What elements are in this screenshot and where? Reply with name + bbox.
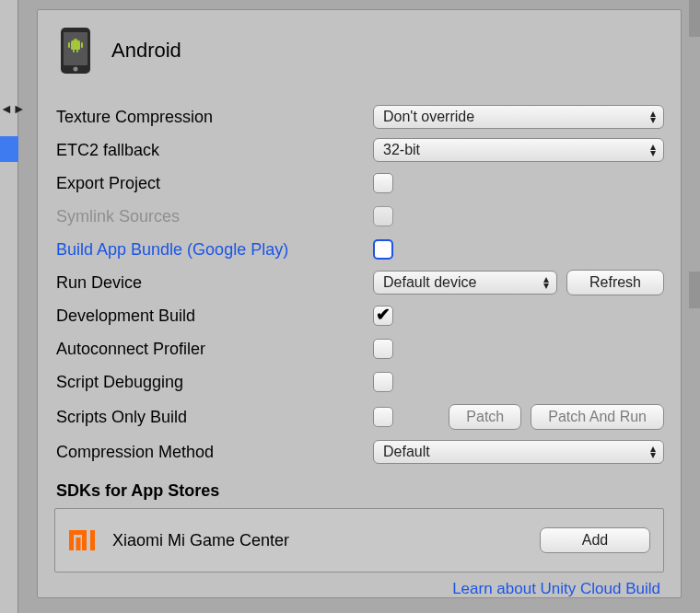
label-etc2-fallback: ETC2 fallback — [54, 141, 366, 160]
checkbox-export-project[interactable] — [373, 173, 393, 193]
svg-rect-13 — [76, 538, 81, 550]
label-export-project: Export Project — [54, 174, 366, 193]
android-phone-icon — [60, 27, 91, 75]
sdk-item-row: Xiaomi Mi Game Center Add — [54, 508, 664, 573]
row-scripts-only-build: Scripts Only Build Patch Patch And Run — [54, 399, 664, 435]
label-scripts-only-build: Scripts Only Build — [54, 408, 366, 427]
row-etc2-fallback: ETC2 fallback 32-bit ▴▾ — [54, 133, 664, 167]
row-script-debugging: Script Debugging — [54, 365, 664, 399]
updown-icon: ▴▾ — [650, 110, 656, 123]
svg-rect-3 — [71, 41, 80, 50]
right-gutter — [689, 0, 700, 613]
svg-point-2 — [74, 67, 78, 72]
svg-rect-14 — [90, 530, 95, 550]
sdk-item-label: Xiaomi Mi Game Center — [112, 531, 289, 550]
refresh-button[interactable]: Refresh — [566, 270, 664, 295]
select-compression-method[interactable]: Default ▴▾ — [373, 440, 664, 464]
select-value: Default device — [383, 274, 476, 291]
row-compression-method: Compression Method Default ▴▾ — [54, 435, 664, 468]
svg-rect-7 — [76, 50, 78, 52]
android-build-panel: Android Texture Compression Don't overri… — [37, 9, 682, 598]
label-autoconnect-profiler: Autoconnect Profiler — [54, 340, 366, 359]
row-texture-compression: Texture Compression Don't override ▴▾ — [54, 100, 664, 133]
checkbox-script-debugging[interactable] — [373, 372, 393, 392]
select-value: Default — [383, 444, 430, 460]
patch-and-run-button[interactable]: Patch And Run — [531, 404, 664, 430]
svg-point-8 — [73, 40, 74, 40]
left-tab-strip: ◄► — [0, 0, 18, 613]
row-run-device: Run Device Default device ▴▾ Refresh — [54, 266, 664, 299]
row-autoconnect-profiler: Autoconnect Profiler — [54, 332, 664, 365]
label-development-build: Development Build — [54, 306, 366, 326]
svg-rect-4 — [68, 42, 70, 48]
row-symlink-sources: Symlink Sources — [54, 200, 664, 233]
tab-arrows-icon: ◄► — [0, 101, 18, 116]
svg-rect-5 — [81, 42, 83, 48]
select-value: Don't override — [383, 109, 474, 125]
row-export-project: Export Project — [54, 167, 664, 200]
checkbox-autoconnect-profiler[interactable] — [373, 339, 393, 359]
sdk-section-heading: SDKs for App Stores — [54, 481, 664, 501]
label-run-device: Run Device — [54, 273, 366, 293]
checkbox-build-app-bundle[interactable] — [373, 239, 393, 260]
cloud-build-link[interactable]: Learn about Unity Cloud Build — [54, 580, 664, 598]
label-build-app-bundle: Build App Bundle (Google Play) — [54, 240, 366, 260]
updown-icon: ▴▾ — [650, 445, 656, 458]
add-sdk-button[interactable]: Add — [540, 527, 650, 553]
checkmark-icon: ✔ — [376, 304, 391, 325]
platform-title: Android — [111, 39, 181, 63]
select-texture-compression[interactable]: Don't override ▴▾ — [373, 105, 664, 129]
checkbox-symlink-sources — [373, 206, 393, 226]
select-value: 32-bit — [383, 142, 420, 158]
patch-button[interactable]: Patch — [449, 404, 521, 430]
svg-rect-6 — [73, 50, 75, 52]
updown-icon: ▴▾ — [543, 276, 549, 289]
checkbox-scripts-only-build[interactable] — [373, 407, 393, 427]
row-development-build: Development Build ✔ — [54, 299, 664, 332]
label-texture-compression: Texture Compression — [54, 108, 366, 127]
svg-rect-16 — [82, 530, 87, 550]
xiaomi-mi-icon — [68, 526, 96, 554]
select-run-device[interactable]: Default device ▴▾ — [373, 271, 557, 295]
label-symlink-sources: Symlink Sources — [54, 207, 366, 226]
checkbox-development-build[interactable]: ✔ — [373, 306, 393, 326]
platform-header: Android — [60, 27, 664, 75]
svg-point-9 — [77, 40, 78, 40]
updown-icon: ▴▾ — [650, 144, 656, 156]
build-settings-panel: ◄► — [0, 0, 700, 613]
row-build-app-bundle: Build App Bundle (Google Play) — [54, 233, 664, 266]
select-etc2-fallback[interactable]: 32-bit ▴▾ — [373, 138, 664, 162]
label-compression-method: Compression Method — [54, 443, 366, 462]
label-script-debugging: Script Debugging — [54, 373, 366, 392]
selected-tab-indicator[interactable] — [0, 136, 18, 162]
